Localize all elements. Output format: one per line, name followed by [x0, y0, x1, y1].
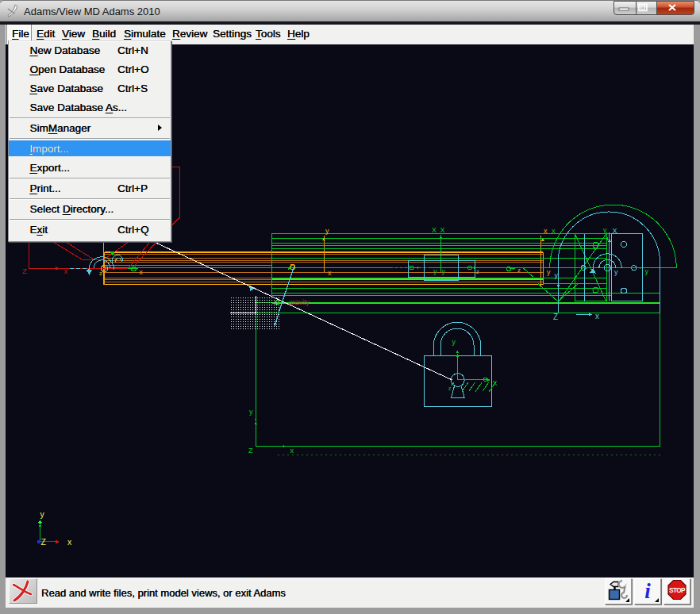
svg-text:x: x [552, 227, 556, 235]
svg-text:y: y [547, 268, 551, 276]
svg-text:Z: Z [553, 313, 558, 321]
svg-text:y: y [603, 226, 607, 234]
svg-text:y: y [249, 408, 253, 416]
svg-text:y: y [325, 227, 329, 235]
svg-text:gravity: gravity [289, 298, 310, 306]
svg-text:z: z [517, 267, 521, 274]
svg-text:y: y [452, 338, 456, 346]
svg-text:STOP: STOP [669, 587, 686, 594]
svg-text:x: x [328, 269, 332, 277]
svg-text:y: y [644, 267, 648, 275]
svg-text:z: z [448, 386, 452, 391]
svg-text:y: y [40, 509, 45, 519]
svg-text:y: y [433, 267, 437, 275]
svg-text:y: y [442, 267, 446, 275]
svg-text:x: x [290, 447, 294, 455]
svg-text:X: X [432, 226, 437, 234]
svg-text:Z: Z [248, 447, 253, 455]
svg-text:x: x [595, 312, 599, 320]
svg-text:y: y [614, 268, 618, 276]
svg-text:x: x [64, 267, 68, 275]
svg-text:x: x [544, 227, 548, 235]
svg-text:X: X [613, 227, 617, 235]
svg-text:x: x [67, 537, 72, 547]
svg-text:X: X [440, 226, 445, 234]
svg-text:x: x [140, 268, 144, 276]
svg-text:z: z [476, 268, 479, 275]
svg-text:z: z [99, 270, 102, 277]
svg-text:Z: Z [41, 537, 47, 547]
svg-text:y: y [555, 271, 559, 279]
svg-text:Z: Z [22, 267, 27, 275]
